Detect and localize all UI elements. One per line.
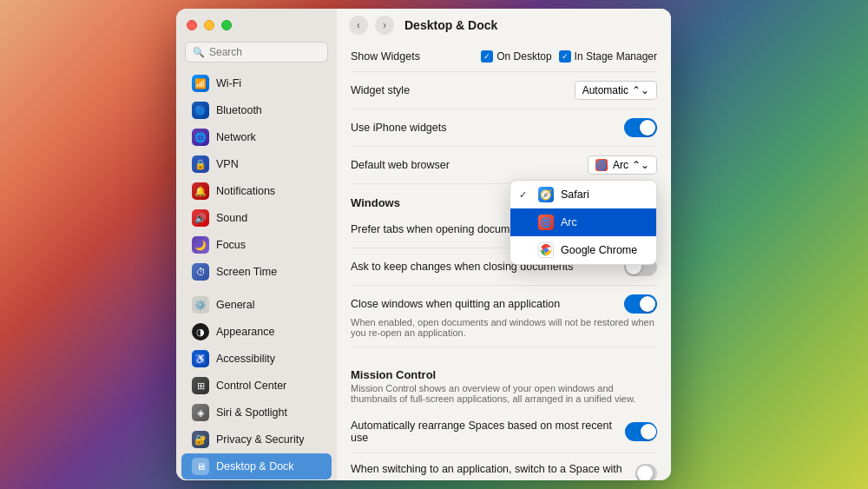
close-windows-desc: When enabled, open documents and windows… bbox=[351, 317, 657, 338]
chrome-label: Google Chrome bbox=[561, 244, 637, 256]
sidebar-label-controlcenter: Control Center bbox=[216, 380, 286, 392]
default-browser-select[interactable]: 🌀 Arc ⌃⌄ bbox=[588, 155, 657, 175]
switch-space-row: When switching to an application, switch… bbox=[351, 453, 657, 480]
sound-icon: 🔊 bbox=[192, 209, 209, 227]
page-title: Desktop & Dock bbox=[404, 18, 497, 32]
sidebar-label-general: General bbox=[216, 299, 254, 311]
main-titlebar: ‹ › Desktop & Dock bbox=[337, 9, 671, 42]
auto-rearrange-row: Automatically rearrange Spaces based on … bbox=[351, 411, 657, 453]
sidebar-item-accessibility[interactable]: ♿ Accessibility bbox=[181, 346, 332, 372]
sidebar-item-appearance[interactable]: ◑ Appearance bbox=[181, 319, 332, 345]
mission-control-section: Mission Control Mission Control shows an… bbox=[351, 347, 657, 411]
sidebar-label-wifi: Wi-Fi bbox=[216, 77, 241, 89]
forward-button[interactable]: › bbox=[375, 16, 394, 35]
browser-option-chrome[interactable]: Google Chrome bbox=[510, 236, 656, 264]
system-preferences-window: 🔍 📶 Wi-Fi 🔵 Bluetooth 🌐 Network 🔒 VPN 🔔 bbox=[176, 9, 671, 480]
bluetooth-icon: 🔵 bbox=[192, 102, 209, 119]
close-button[interactable] bbox=[187, 20, 197, 30]
focus-icon: 🌙 bbox=[192, 236, 209, 254]
sidebar-label-screentime: Screen Time bbox=[216, 266, 277, 278]
content-area: Show Widgets ✓ On Desktop ✓ In Stage Man… bbox=[337, 42, 671, 480]
browser-dropdown: ✓ 🧭 Safari 🌀 Arc bbox=[510, 180, 657, 265]
sidebar-titlebar bbox=[176, 9, 337, 42]
sidebar-label-desktop: Desktop & Dock bbox=[216, 460, 294, 472]
sidebar-item-focus[interactable]: 🌙 Focus bbox=[181, 232, 332, 258]
search-box[interactable]: 🔍 bbox=[185, 42, 328, 63]
sidebar-item-controlcenter[interactable]: ⊞ Control Center bbox=[181, 373, 332, 399]
sidebar-label-network: Network bbox=[216, 131, 256, 143]
widget-style-label: Widget style bbox=[351, 84, 410, 96]
switch-space-toggle[interactable] bbox=[635, 464, 657, 480]
arc-icon-btn: 🌀 bbox=[595, 159, 608, 171]
wifi-icon: 📶 bbox=[192, 75, 209, 92]
on-desktop-checkbox[interactable]: ✓ bbox=[481, 50, 493, 63]
search-icon: 🔍 bbox=[193, 47, 205, 58]
sidebar-label-sound: Sound bbox=[216, 212, 247, 224]
safari-check: ✓ bbox=[519, 189, 531, 201]
browser-option-arc[interactable]: 🌀 Arc bbox=[510, 208, 656, 236]
browser-option-safari[interactable]: ✓ 🧭 Safari bbox=[510, 181, 656, 208]
sidebar-label-focus: Focus bbox=[216, 239, 246, 251]
sidebar-item-notifications[interactable]: 🔔 Notifications bbox=[181, 178, 332, 204]
iphone-widgets-label: Use iPhone widgets bbox=[351, 122, 446, 134]
sidebar-item-desktop[interactable]: 🖥 Desktop & Dock bbox=[181, 453, 332, 479]
default-browser-row: Default web browser 🌀 Arc ⌃⌄ ✓ 🧭 Safari bbox=[351, 147, 657, 184]
chrome-icon bbox=[538, 242, 554, 258]
iphone-widgets-row: Use iPhone widgets bbox=[351, 109, 657, 147]
siri-icon: ◈ bbox=[192, 404, 209, 421]
in-stage-manager-checkbox[interactable]: ✓ bbox=[559, 50, 571, 63]
back-button[interactable]: ‹ bbox=[349, 16, 368, 35]
close-windows-row: Close windows when quitting an applicati… bbox=[351, 286, 657, 347]
show-widgets-label: Show Widgets bbox=[351, 50, 420, 63]
on-desktop-label: On Desktop bbox=[496, 50, 551, 63]
browser-chevron: ⌃⌄ bbox=[632, 159, 649, 171]
sidebar-item-network[interactable]: 🌐 Network bbox=[181, 124, 332, 150]
arc-label: Arc bbox=[561, 216, 577, 228]
search-input[interactable] bbox=[209, 46, 320, 58]
sidebar-label-privacy: Privacy & Security bbox=[216, 433, 304, 446]
iphone-widgets-toggle[interactable] bbox=[624, 118, 657, 137]
arc-icon: 🌀 bbox=[538, 215, 554, 230]
browser-value: Arc bbox=[613, 159, 628, 171]
sidebar: 🔍 📶 Wi-Fi 🔵 Bluetooth 🌐 Network 🔒 VPN 🔔 bbox=[176, 9, 337, 480]
network-icon: 🌐 bbox=[192, 129, 209, 146]
sidebar-item-general[interactable]: ⚙️ General bbox=[181, 292, 332, 318]
widget-style-select[interactable]: Automatic ⌃⌄ bbox=[575, 81, 657, 100]
widget-style-chevron: ⌃⌄ bbox=[632, 84, 649, 96]
switch-space-label: When switching to an application, switch… bbox=[351, 462, 635, 480]
in-stage-manager-label: In Stage Manager bbox=[575, 50, 657, 63]
minimize-button[interactable] bbox=[204, 20, 214, 30]
safari-label: Safari bbox=[561, 188, 589, 201]
sidebar-label-appearance: Appearance bbox=[216, 326, 274, 338]
default-browser-label: Default web browser bbox=[351, 159, 450, 171]
general-icon: ⚙️ bbox=[192, 296, 209, 314]
close-windows-label: Close windows when quitting an applicati… bbox=[351, 298, 560, 310]
sidebar-item-siri[interactable]: ◈ Siri & Spotlight bbox=[181, 400, 332, 426]
privacy-icon: 🔐 bbox=[192, 431, 209, 448]
auto-rearrange-label: Automatically rearrange Spaces based on … bbox=[351, 420, 625, 444]
sidebar-item-bluetooth[interactable]: 🔵 Bluetooth bbox=[181, 97, 332, 123]
vpn-icon: 🔒 bbox=[192, 155, 209, 173]
sidebar-label-bluetooth: Bluetooth bbox=[216, 104, 262, 116]
sidebar-label-siri: Siri & Spotlight bbox=[216, 406, 287, 419]
sidebar-label-notifications: Notifications bbox=[216, 185, 275, 197]
in-stage-manager-checkbox-label[interactable]: ✓ In Stage Manager bbox=[559, 50, 657, 63]
show-widgets-controls: ✓ On Desktop ✓ In Stage Manager bbox=[481, 50, 657, 63]
mission-control-header: Mission Control bbox=[351, 356, 657, 383]
safari-icon: 🧭 bbox=[538, 187, 554, 202]
auto-rearrange-toggle[interactable] bbox=[625, 422, 657, 441]
widget-style-value: Automatic bbox=[582, 84, 628, 96]
mission-control-desc: Mission Control shows an overview of you… bbox=[351, 383, 657, 411]
widget-style-row: Widget style Automatic ⌃⌄ bbox=[351, 72, 657, 109]
sidebar-item-wifi[interactable]: 📶 Wi-Fi bbox=[181, 70, 332, 96]
desktop-icon: 🖥 bbox=[192, 458, 209, 475]
on-desktop-checkbox-label[interactable]: ✓ On Desktop bbox=[481, 50, 551, 63]
maximize-button[interactable] bbox=[221, 20, 232, 30]
sidebar-item-screentime[interactable]: ⏱ Screen Time bbox=[181, 259, 332, 285]
sidebar-item-sound[interactable]: 🔊 Sound bbox=[181, 205, 332, 231]
close-windows-toggle[interactable] bbox=[624, 294, 657, 314]
sidebar-item-privacy[interactable]: 🔐 Privacy & Security bbox=[181, 426, 332, 453]
browser-dropdown-container: 🌀 Arc ⌃⌄ ✓ 🧭 Safari 🌀 bbox=[588, 155, 657, 175]
sidebar-label-vpn: VPN bbox=[216, 158, 239, 170]
sidebar-item-vpn[interactable]: 🔒 VPN bbox=[181, 151, 332, 177]
